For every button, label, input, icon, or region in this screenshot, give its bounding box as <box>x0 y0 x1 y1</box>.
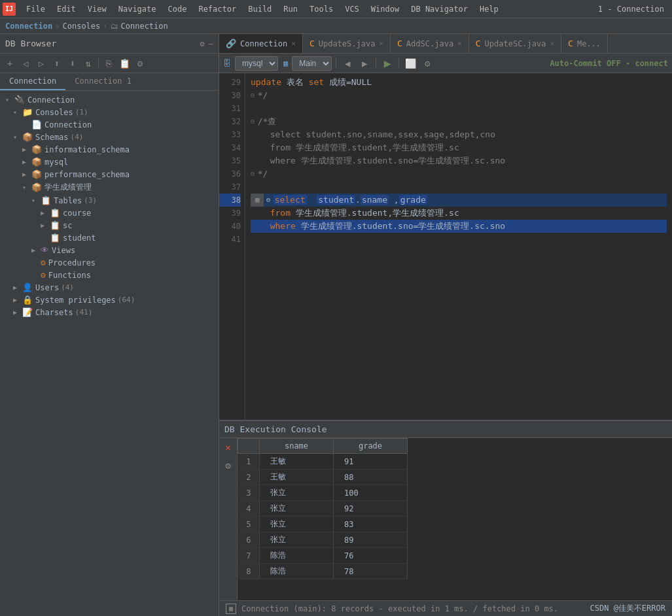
tab-connection[interactable]: Connection <box>0 73 65 90</box>
tree-schemas[interactable]: ▾ 📦 Schemas (4) <box>0 131 219 143</box>
etoolbar-icon2[interactable]: ▶ <box>357 56 372 71</box>
addsc-tab-label: AddSC.java <box>406 39 453 48</box>
etoolbar-icon4[interactable]: ⚙ <box>420 56 434 71</box>
menu-dbnavigator[interactable]: DB Navigator <box>406 3 473 16</box>
copy-icon[interactable]: ⎘ <box>101 56 116 71</box>
menu-refactor[interactable]: Refactor <box>193 3 241 16</box>
fold-38[interactable]: ⊖ <box>266 194 271 207</box>
tree-student[interactable]: ▶ 📋 student <box>0 231 219 244</box>
ln-36: 36 <box>219 167 241 180</box>
code-text-34: from 学生成绩管理.student,学生成绩管理.sc <box>260 141 459 154</box>
run-button[interactable]: ▶ <box>380 56 395 71</box>
tree-mysql[interactable]: ▶ 📦 mysql <box>0 156 219 168</box>
tree-consoles[interactable]: ▾ 📁 Consoles (1) <box>0 106 219 118</box>
breadcrumb-consoles[interactable]: Consoles <box>62 22 100 31</box>
updatesc-tab-close[interactable]: ✕ <box>550 39 554 48</box>
code-line-37 <box>251 180 667 194</box>
tree-perf-schema[interactable]: ▶ 📦 performance_schema <box>0 168 219 180</box>
menu-help[interactable]: Help <box>474 3 504 16</box>
tree-sys-priv[interactable]: ▶ 🔒 System privileges (64) <box>0 294 219 306</box>
db-browser-panel: DB Browser ⚙ — + ◁ ▷ ⬆ ⬇ ⇅ ⎘ 📋 ⚙ Connect… <box>0 34 219 616</box>
tree-tables[interactable]: ▾ 📋 Tables (3) <box>0 194 219 207</box>
db-selector[interactable]: mysql <box>235 56 278 71</box>
menu-window[interactable]: Window <box>366 3 404 16</box>
db-toolbar: + ◁ ▷ ⬆ ⬇ ⇅ ⎘ 📋 ⚙ <box>0 54 219 73</box>
schema-selector[interactable]: Main <box>292 56 332 71</box>
fold-32[interactable]: ⊖ <box>251 115 255 128</box>
menu-vcs[interactable]: VCS <box>340 3 364 16</box>
code-content[interactable]: update 表名 set 成绩=NULL ⊖ */ ⊖ /*查 <box>245 73 672 420</box>
updates-tab-close[interactable]: ✕ <box>379 39 383 48</box>
consoles-label: Consoles <box>35 108 73 117</box>
console-close-icon[interactable]: ✕ <box>222 441 235 454</box>
console-settings-icon[interactable]: ⚙ <box>222 459 235 472</box>
db-tree: ▾ 🔌 Connection ▾ 📁 Consoles (1) ▶ 📄 Conn… <box>0 91 219 616</box>
settings-icon[interactable]: ⚙ <box>200 39 205 48</box>
row-number: 3 <box>238 485 260 501</box>
row-number: 4 <box>238 501 260 517</box>
add-icon[interactable]: + <box>3 56 17 71</box>
etoolbar-icon3[interactable]: ⬜ <box>403 56 417 71</box>
tab-connection1[interactable]: Connection 1 <box>65 73 141 90</box>
back-icon[interactable]: ◁ <box>18 56 33 71</box>
settings2-icon[interactable]: ⚙ <box>133 56 147 71</box>
tree-procedures[interactable]: ▶ ⚙ Procedures <box>0 256 219 269</box>
menu-view[interactable]: View <box>82 3 112 16</box>
editor-tab-me[interactable]: C Me... <box>561 34 608 54</box>
fold-36[interactable]: ⊖ <box>251 167 255 180</box>
console-table-wrap[interactable]: sname grade 1王敏912王敏883张立1004张立925张立836张… <box>238 438 672 600</box>
menu-edit[interactable]: Edit <box>52 3 81 16</box>
menu-tools[interactable]: Tools <box>304 3 338 16</box>
forward-icon[interactable]: ▷ <box>34 56 48 71</box>
db-browser-header: DB Browser ⚙ — <box>0 34 219 54</box>
course-label: course <box>63 209 91 218</box>
editor-tab-updates[interactable]: C UpdateS.java ✕ <box>303 34 391 54</box>
move-up-icon[interactable]: ⬆ <box>50 56 64 71</box>
menu-navigate[interactable]: Navigate <box>113 3 162 16</box>
editor-tab-addsc[interactable]: C AddSC.java ✕ <box>391 34 469 54</box>
charsets-icon: 📝 <box>22 307 33 317</box>
connection-tab-close[interactable]: ✕ <box>291 39 296 48</box>
breadcrumb-connection[interactable]: Connection <box>5 22 52 31</box>
move-down-icon[interactable]: ⬇ <box>65 56 80 71</box>
tree-root[interactable]: ▾ 🔌 Connection <box>0 94 219 106</box>
console-header: DB Execution Console <box>219 421 672 438</box>
menu-run[interactable]: Run <box>278 3 303 16</box>
fold-30[interactable]: ⊖ <box>251 89 255 102</box>
editor-tab-updatesc[interactable]: C UpdateSC.java ✕ <box>469 34 561 54</box>
tree-course[interactable]: ▶ 📋 course <box>0 207 219 219</box>
users-icon: 👤 <box>22 282 33 292</box>
sys-icon: 🔒 <box>22 295 33 305</box>
editor-tab-connection[interactable]: 🔗 Connection ✕ <box>219 34 303 54</box>
tree-views[interactable]: ▶ 👁 Views <box>0 244 219 256</box>
conn-doc-icon: 📄 <box>31 120 42 129</box>
conn-arrow: ▶ <box>22 121 31 128</box>
menu-build[interactable]: Build <box>243 3 277 16</box>
sort-icon[interactable]: ⇅ <box>81 56 96 71</box>
code-line-38: ▦ ⊖ select student.sname ,grade <box>251 194 667 207</box>
addsc-tab-close[interactable]: ✕ <box>457 39 462 48</box>
table-row: 7陈浩76 <box>238 548 408 564</box>
charsets-label: Charsets <box>35 308 73 317</box>
tree-xuesheng[interactable]: ▾ 📦 学生成绩管理 <box>0 180 219 194</box>
line38-icon: ▦ <box>251 194 264 207</box>
tree-charsets[interactable]: ▶ 📝 Charsets (41) <box>0 306 219 318</box>
tree-connection-item[interactable]: ▶ 📄 Connection <box>0 118 219 131</box>
tree-users[interactable]: ▶ 👤 Users (4) <box>0 281 219 294</box>
breadcrumb-leaf: 🗂 Connection <box>111 22 168 31</box>
ln-29: 29 <box>219 76 241 89</box>
tree-info-schema[interactable]: ▶ 📦 information_schema <box>0 143 219 156</box>
breadcrumb: Connection › Consoles › 🗂 Connection <box>0 18 672 34</box>
menu-file[interactable]: File <box>21 3 50 16</box>
func-label: Functions <box>48 271 91 280</box>
schemas-icon: 📦 <box>22 132 33 142</box>
menu-code[interactable]: Code <box>163 3 192 16</box>
minimize-icon[interactable]: — <box>209 39 213 48</box>
paste-icon[interactable]: 📋 <box>117 56 132 71</box>
menu-bar: IJ File Edit View Navigate Code Refactor… <box>0 0 672 18</box>
code-text-32: /*查 <box>258 115 277 128</box>
etoolbar-icon1[interactable]: ◀ <box>340 56 355 71</box>
tree-functions[interactable]: ▶ ⚙ Functions <box>0 269 219 281</box>
toolbar-sep1 <box>98 58 99 69</box>
tree-sc[interactable]: ▶ 📋 sc <box>0 219 219 231</box>
